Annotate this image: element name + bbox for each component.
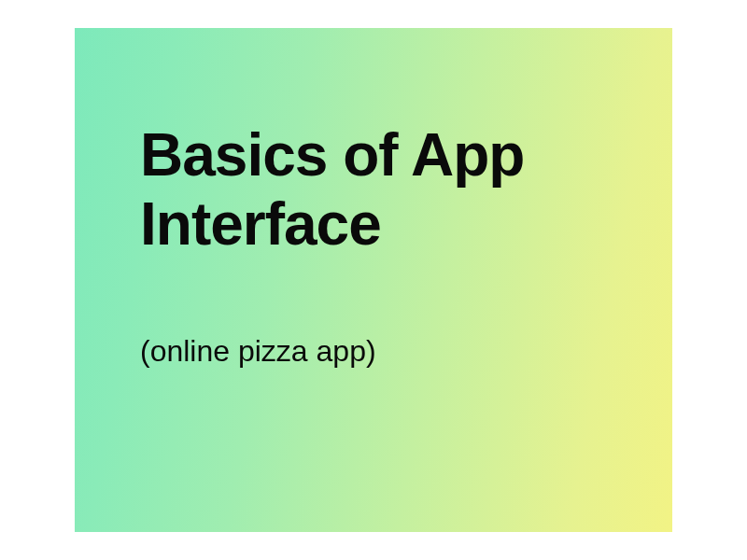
slide-card: Basics of App Interface (online pizza ap…	[75, 28, 672, 532]
slide-subtitle: (online pizza app)	[140, 333, 616, 369]
slide-title: Basics of App Interface	[140, 121, 616, 259]
